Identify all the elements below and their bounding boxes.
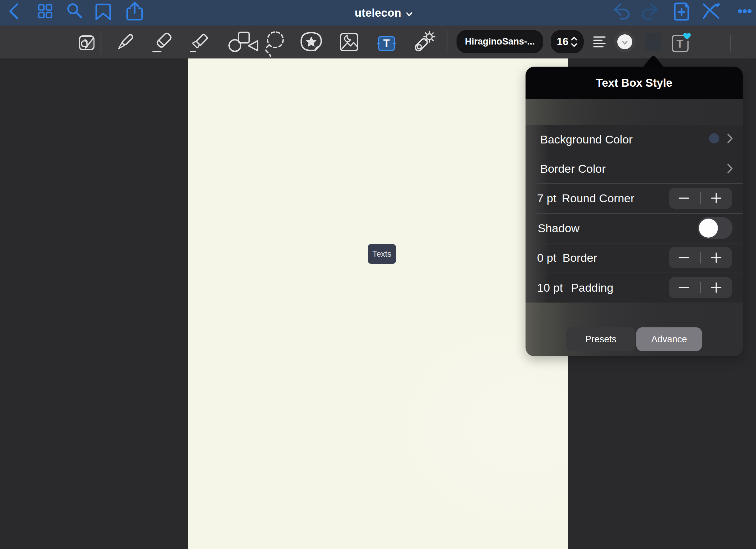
svg-text:T: T bbox=[676, 37, 683, 50]
svg-text:T: T bbox=[383, 37, 390, 49]
